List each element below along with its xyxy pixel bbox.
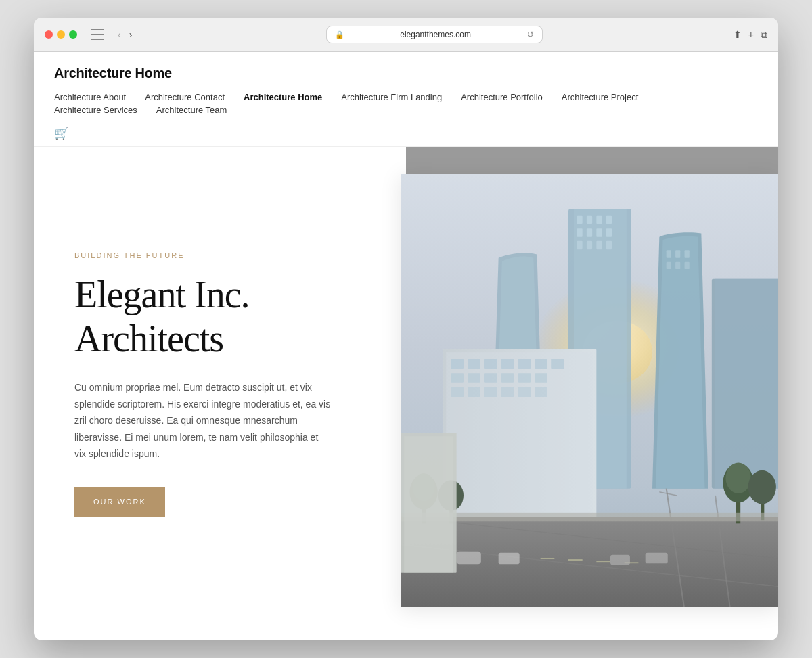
lock-icon: 🔒 <box>335 30 344 39</box>
svg-rect-66 <box>457 552 481 565</box>
nav-portfolio[interactable]: Architecture Portfolio <box>461 92 543 102</box>
share-button[interactable]: ⬆ <box>734 29 742 40</box>
our-work-button[interactable]: OUR WORK <box>74 487 165 517</box>
svg-rect-40 <box>451 387 464 397</box>
minimize-button[interactable] <box>57 30 65 39</box>
page-header: Architecture Home Architecture About Arc… <box>34 52 778 147</box>
svg-rect-15 <box>596 241 602 249</box>
svg-rect-42 <box>484 387 497 397</box>
hero-section: BUILDING THE FUTURE Elegant Inc. Archite… <box>34 147 778 607</box>
city-skyline-svg <box>401 174 778 607</box>
svg-point-60 <box>726 462 751 493</box>
svg-rect-68 <box>610 555 630 565</box>
svg-point-62 <box>748 470 776 504</box>
svg-rect-39 <box>535 373 547 382</box>
hero-eyebrow: BUILDING THE FUTURE <box>74 251 394 259</box>
svg-rect-69 <box>646 553 668 564</box>
svg-rect-27 <box>451 359 464 369</box>
url-text: elegantthemes.com <box>348 30 523 39</box>
nav-contact[interactable]: Architecture Contact <box>145 92 225 102</box>
svg-rect-7 <box>596 216 602 224</box>
svg-rect-41 <box>468 387 480 397</box>
svg-rect-9 <box>577 228 582 236</box>
svg-rect-12 <box>606 228 612 236</box>
address-bar-container: 🔒 elegantthemes.com ↺ <box>143 26 725 43</box>
close-button[interactable] <box>45 30 53 39</box>
svg-rect-72 <box>404 436 453 573</box>
svg-rect-28 <box>468 359 480 369</box>
new-tab-button[interactable]: + <box>748 29 754 40</box>
browser-chrome: ‹ › 🔒 elegantthemes.com ↺ ⬆ + ⧉ <box>34 18 778 52</box>
svg-rect-22 <box>685 262 690 269</box>
svg-rect-35 <box>468 373 480 382</box>
svg-rect-20 <box>667 262 671 269</box>
svg-rect-38 <box>518 373 531 382</box>
hero-left: BUILDING THE FUTURE Elegant Inc. Archite… <box>34 147 421 607</box>
hero-description: Cu omnium propriae mel. Eum detracto sus… <box>74 379 332 462</box>
svg-rect-19 <box>685 250 690 257</box>
browser-navigation: ‹ › <box>115 28 135 41</box>
svg-rect-36 <box>484 373 497 382</box>
nav-home[interactable]: Architecture Home <box>244 92 322 102</box>
nav-row-2: Architecture Services Architecture Team <box>54 105 758 115</box>
svg-rect-45 <box>535 387 547 397</box>
nav-project[interactable]: Architecture Project <box>562 92 638 102</box>
tabs-button[interactable]: ⧉ <box>761 29 767 41</box>
svg-rect-21 <box>675 262 680 269</box>
nav-row-1: Architecture About Architecture Contact … <box>54 92 758 102</box>
svg-rect-43 <box>501 387 514 397</box>
browser-window: ‹ › 🔒 elegantthemes.com ↺ ⬆ + ⧉ Architec… <box>34 18 778 640</box>
maximize-button[interactable] <box>69 30 77 39</box>
svg-rect-32 <box>535 359 547 369</box>
svg-rect-30 <box>501 359 514 369</box>
hero-right <box>421 147 778 607</box>
nav-services[interactable]: Architecture Services <box>54 105 137 115</box>
nav-team[interactable]: Architecture Team <box>156 105 227 115</box>
svg-rect-24 <box>715 279 778 489</box>
svg-rect-10 <box>587 228 592 236</box>
svg-rect-11 <box>596 228 602 236</box>
svg-rect-13 <box>577 241 582 249</box>
hero-title: Elegant Inc. Architects <box>74 273 394 360</box>
svg-rect-14 <box>587 241 592 249</box>
svg-rect-67 <box>499 553 520 565</box>
nav-firm[interactable]: Architecture Firm Landing <box>341 92 442 102</box>
cart-icon[interactable]: 🛒 <box>54 127 69 140</box>
svg-rect-16 <box>606 241 612 249</box>
svg-rect-6 <box>587 216 592 224</box>
svg-rect-8 <box>606 216 612 224</box>
sidebar-toggle-button[interactable] <box>91 29 104 40</box>
back-button[interactable]: ‹ <box>115 28 124 41</box>
svg-rect-70 <box>401 513 778 521</box>
svg-rect-29 <box>484 359 497 369</box>
svg-rect-17 <box>667 250 671 257</box>
hero-title-line1: Elegant Inc. <box>74 273 250 315</box>
cart-row: 🛒 <box>54 120 758 146</box>
browser-actions: ⬆ + ⧉ <box>734 29 767 41</box>
forward-button[interactable]: › <box>127 28 135 41</box>
svg-rect-37 <box>501 373 514 382</box>
hero-title-line2: Architects <box>74 317 223 359</box>
svg-rect-31 <box>518 359 531 369</box>
svg-rect-33 <box>551 359 564 369</box>
page-content: Architecture Home Architecture About Arc… <box>34 52 778 607</box>
hero-image-container <box>401 174 778 607</box>
svg-rect-18 <box>675 250 680 257</box>
nav-about[interactable]: Architecture About <box>54 92 126 102</box>
hero-image-bg <box>401 174 778 607</box>
svg-rect-44 <box>518 387 531 397</box>
svg-rect-5 <box>577 216 582 224</box>
site-title: Architecture Home <box>54 66 758 81</box>
reload-button[interactable]: ↺ <box>527 30 534 39</box>
traffic-lights <box>45 30 77 39</box>
address-bar[interactable]: 🔒 elegantthemes.com ↺ <box>326 26 543 43</box>
svg-rect-34 <box>451 373 464 382</box>
